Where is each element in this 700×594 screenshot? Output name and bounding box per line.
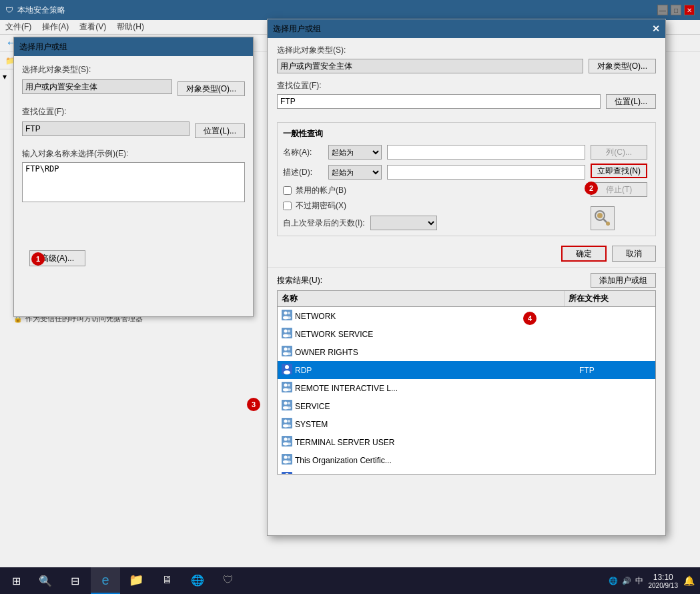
svg-point-5: [284, 312, 288, 315]
col-button[interactable]: 列(C)...: [591, 145, 647, 160]
search-taskbar-button[interactable]: 🔍: [32, 567, 59, 594]
checkbox-noexpiry[interactable]: [283, 202, 292, 210]
result-name-cell: SYSTEM: [278, 416, 575, 432]
taskbar: ⊞ 🔍 ⊟ e 📁 🖥 🌐 🛡 🌐 🔊 中 13:10 2020/9/13 🔔: [0, 567, 700, 594]
name-select[interactable]: 起始为: [328, 145, 382, 160]
notification-button[interactable]: 🔔: [683, 575, 695, 586]
table-row[interactable]: OWNER RIGHTS: [278, 343, 655, 361]
result-name-text: This Organization Certific...: [295, 456, 392, 465]
result-name-cell: SERVICE: [278, 398, 575, 414]
table-row[interactable]: NETWORK: [278, 307, 655, 325]
result-name-cell: RDP: [278, 362, 575, 378]
menu-help[interactable]: 帮助(H): [111, 20, 149, 34]
shield-icon: 🛡: [5, 5, 13, 15]
query-section: 一般性查询 名称(A): 起始为 描述(D): 起始为: [277, 122, 656, 236]
days-select[interactable]: [370, 216, 437, 230]
svg-point-17: [288, 348, 290, 350]
table-row[interactable]: WDAGUtilityAccountFTP: [278, 469, 655, 474]
col-folder-header: 所在文件夹: [565, 291, 645, 306]
desc-select[interactable]: 起始为: [328, 165, 382, 180]
svg-point-12: [288, 330, 290, 332]
minimize-button[interactable]: —: [657, 5, 668, 15]
object-type-label: 选择此对象类型(S):: [22, 64, 245, 75]
checkbox-disabled[interactable]: [283, 186, 292, 195]
location-button[interactable]: 位置(L)...: [195, 123, 245, 138]
stop-button[interactable]: 停止(T): [591, 182, 647, 197]
result-name-text: WDAGUtilityAccount: [295, 474, 368, 475]
table-row[interactable]: This Organization Certific...: [278, 451, 655, 469]
svg-point-28: [284, 402, 288, 405]
menu-view[interactable]: 查看(V): [74, 20, 111, 34]
taskbar-clock: 13:10 2020/9/13: [649, 573, 679, 589]
location-input[interactable]: [22, 121, 190, 136]
search-button[interactable]: 立即查找(N): [591, 164, 647, 178]
menu-action[interactable]: 操作(A): [37, 20, 74, 34]
menu-file[interactable]: 文件(F): [0, 20, 37, 34]
taskbar-app-security[interactable]: 🛡: [214, 567, 243, 594]
taskbar-app-store[interactable]: 🖥: [152, 567, 182, 594]
table-row[interactable]: NETWORK SERVICE: [278, 325, 655, 343]
results-table: 名称 所在文件夹 NETWORKNETWORK SERVICEOWNER RIG…: [277, 290, 656, 475]
result-name-text: NETWORK SERVICE: [295, 330, 373, 339]
query-right-buttons: 列(C)... 立即查找(N) 停止(T): [591, 145, 650, 230]
task-view-button[interactable]: ⊟: [61, 567, 88, 594]
taskbar-app-folder[interactable]: 📁: [121, 567, 151, 594]
svg-point-31: [287, 406, 291, 409]
enter-input[interactable]: FTP\RDP: [22, 162, 245, 202]
svg-point-1: [597, 213, 603, 218]
taskbar-app-network[interactable]: 🌐: [183, 567, 212, 594]
date-display: 2020/9/13: [649, 582, 679, 589]
checkbox-noexpiry-row: 不过期密码(X): [283, 200, 585, 212]
dialog-bg-content: 选择此对象类型(S): 对象类型(O)... 查找位置(F): 位置(L)...…: [14, 56, 253, 212]
svg-point-13: [287, 334, 291, 337]
dialog-main-close-button[interactable]: ✕: [652, 23, 660, 34]
enter-label: 输入对象名称来选择(示例)(E):: [22, 148, 245, 160]
name-input[interactable]: [387, 145, 585, 160]
dialog-background: 选择用户或组 选择此对象类型(S): 对象类型(O)... 查找位置(F): 位…: [13, 37, 254, 317]
main-location-input[interactable]: [277, 94, 601, 109]
desc-label: 描述(D):: [283, 167, 323, 178]
table-row[interactable]: REMOTE INTERACTIVE L...: [278, 379, 655, 397]
table-row[interactable]: SERVICE: [278, 397, 655, 415]
add-user-button[interactable]: 添加用户或组: [591, 273, 656, 288]
close-button[interactable]: ✕: [684, 5, 695, 15]
results-header: 名称 所在文件夹: [278, 291, 655, 307]
svg-point-33: [284, 420, 288, 423]
svg-point-26: [287, 388, 291, 391]
start-button[interactable]: ⊞: [3, 567, 29, 594]
main-title: 🛡 本地安全策略: [5, 5, 65, 16]
svg-point-38: [284, 438, 288, 441]
main-cancel-button[interactable]: 取消: [612, 246, 656, 262]
svg-point-15: [284, 348, 288, 351]
result-name-cell: REMOTE INTERACTIVE L...: [278, 380, 575, 396]
name-label: 名称(A):: [283, 147, 323, 158]
taskbar-app-ie[interactable]: e: [91, 567, 120, 594]
object-type-button[interactable]: 对象类型(O)...: [178, 81, 245, 96]
svg-point-10: [284, 330, 288, 333]
table-row[interactable]: RDPFTP: [278, 361, 655, 379]
desc-input[interactable]: [387, 165, 585, 180]
user-icon: [282, 328, 292, 340]
search-icon-button[interactable]: [591, 206, 615, 230]
main-object-type-button[interactable]: 对象类型(O)...: [589, 59, 656, 73]
main-ok-button[interactable]: 确定: [561, 246, 607, 262]
result-name-text: SYSTEM: [295, 420, 328, 429]
results-body[interactable]: NETWORKNETWORK SERVICEOWNER RIGHTSRDPFTP…: [278, 307, 655, 474]
table-row[interactable]: TERMINAL SERVER USER: [278, 433, 655, 451]
result-name-cell: TERMINAL SERVER USER: [278, 434, 575, 450]
user-icon: [282, 310, 292, 322]
svg-point-40: [288, 438, 290, 440]
user-icon: [282, 364, 292, 376]
result-name-cell: WDAGUtilityAccount: [278, 471, 575, 474]
main-location-label: 查找位置(F):: [277, 80, 656, 91]
table-row[interactable]: SYSTEM: [278, 415, 655, 433]
maximize-button[interactable]: □: [671, 5, 681, 15]
main-object-type-row: 对象类型(O)...: [277, 59, 656, 73]
checkbox-noexpiry-label: 不过期密码(X): [296, 200, 346, 212]
badge-3: 3: [247, 398, 260, 411]
dialog-main-titlebar: 选择用户或组 ✕: [268, 19, 665, 38]
dialog-main-title: 选择用户或组: [273, 23, 321, 35]
svg-point-36: [287, 424, 291, 427]
main-location-row: 位置(L)...: [277, 94, 656, 109]
main-location-button[interactable]: 位置(L)...: [606, 94, 656, 109]
